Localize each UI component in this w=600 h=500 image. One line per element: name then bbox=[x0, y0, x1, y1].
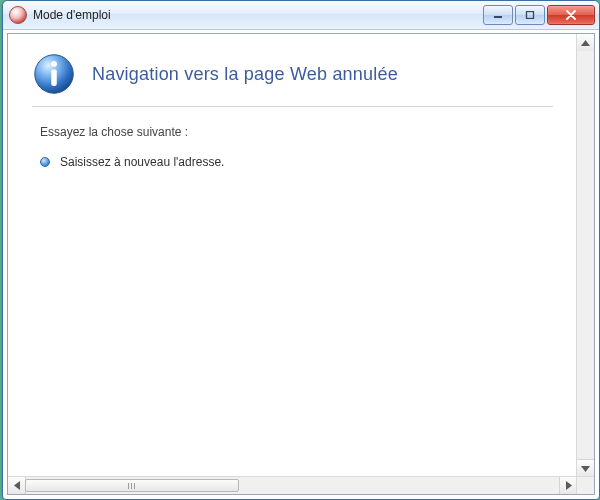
intro-text: Essayez la chose suivante : bbox=[40, 125, 553, 139]
scroll-corner bbox=[576, 476, 594, 494]
svg-marker-5 bbox=[581, 40, 590, 46]
svg-marker-7 bbox=[14, 481, 20, 490]
svg-rect-0 bbox=[494, 16, 502, 18]
viewport: Navigation vers la page Web annulée Essa… bbox=[8, 34, 577, 477]
error-page: Navigation vers la page Web annulée Essa… bbox=[8, 34, 577, 202]
vertical-scroll-track[interactable] bbox=[577, 51, 594, 460]
scroll-down-button[interactable] bbox=[577, 459, 594, 477]
titlebar[interactable]: Mode d'emploi bbox=[3, 1, 599, 30]
window-controls bbox=[483, 5, 595, 25]
info-icon bbox=[32, 52, 76, 96]
app-icon bbox=[9, 6, 27, 24]
svg-point-3 bbox=[51, 61, 57, 67]
maximize-button[interactable] bbox=[515, 5, 545, 25]
window-frame: Mode d'emploi bbox=[2, 0, 600, 500]
horizontal-scrollbar[interactable] bbox=[8, 476, 577, 494]
window-title: Mode d'emploi bbox=[33, 8, 483, 22]
suggestion-list: Saisissez à nouveau l'adresse. bbox=[32, 153, 553, 172]
client-area: Navigation vers la page Web annulée Essa… bbox=[7, 33, 595, 495]
divider bbox=[32, 106, 553, 107]
svg-rect-1 bbox=[527, 12, 534, 19]
horizontal-scroll-thumb[interactable] bbox=[25, 479, 239, 492]
svg-marker-8 bbox=[566, 481, 572, 490]
page-heading: Navigation vers la page Web annulée bbox=[92, 64, 398, 85]
horizontal-scroll-track[interactable] bbox=[25, 479, 560, 492]
header-row: Navigation vers la page Web annulée bbox=[32, 52, 553, 96]
close-button[interactable] bbox=[547, 5, 595, 25]
minimize-button[interactable] bbox=[483, 5, 513, 25]
list-item: Saisissez à nouveau l'adresse. bbox=[60, 153, 553, 172]
svg-marker-6 bbox=[581, 466, 590, 472]
svg-rect-4 bbox=[51, 69, 57, 86]
vertical-scrollbar[interactable] bbox=[576, 34, 594, 477]
scroll-up-button[interactable] bbox=[577, 34, 594, 52]
scroll-left-button[interactable] bbox=[8, 477, 26, 494]
scroll-right-button[interactable] bbox=[559, 477, 577, 494]
